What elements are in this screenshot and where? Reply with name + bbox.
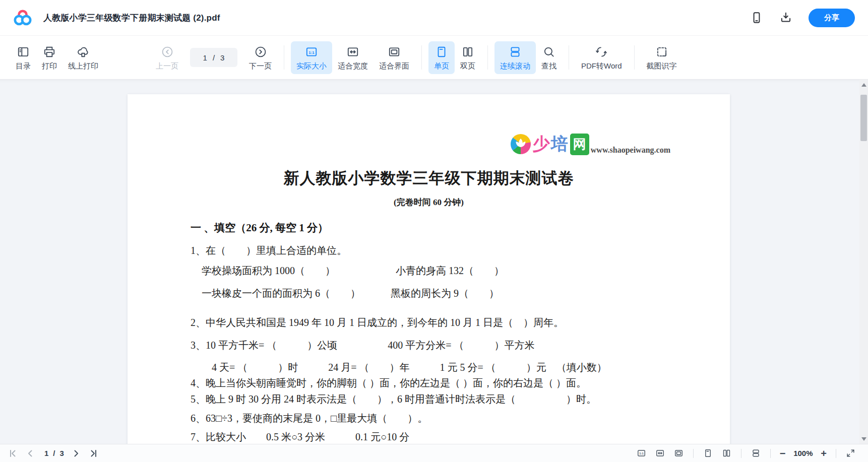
find-button[interactable]: 查找 xyxy=(536,41,562,74)
page-total: 3 xyxy=(220,53,224,62)
scroll-down-button[interactable] xyxy=(859,435,868,443)
zoom-in-button[interactable]: + xyxy=(817,449,831,458)
actual-size-icon: 1:1 xyxy=(305,45,318,58)
zoom-level[interactable]: 100% xyxy=(789,449,817,457)
last-page-icon xyxy=(88,448,98,458)
vertical-scrollbar[interactable] xyxy=(859,80,868,444)
paper-subtitle: (完卷时间 60 分钟) xyxy=(128,196,730,208)
statusbar-divider xyxy=(693,449,694,458)
viewer-content-area: 少 培 网 www.shaopeiwang.com 新人教版小学数学三年级下期期… xyxy=(0,80,868,444)
statusbar-continuous-button[interactable] xyxy=(751,448,761,458)
page-indicator[interactable]: 1 / 3 xyxy=(190,48,237,67)
doc-line: 6、63□÷3，要使商的末尾是 0，□里最大填（ ）。 xyxy=(191,411,700,425)
doc-line: 一 、填空（26 分, 每空 1 分） xyxy=(191,221,700,235)
print-button[interactable]: 打印 xyxy=(36,41,63,74)
app-logo-icon xyxy=(13,9,32,26)
toc-button[interactable]: 目录 xyxy=(10,41,36,74)
chevron-right-icon xyxy=(71,448,81,458)
fit-screen-button[interactable]: 适合界面 xyxy=(374,41,415,74)
statusbar-divider xyxy=(770,449,771,458)
continuous-scroll-icon xyxy=(751,448,761,458)
print-icon xyxy=(43,45,56,58)
actual-size-label: 实际大小 xyxy=(296,61,327,71)
doc-line: 4 天= （ ）时 24 月= （ ）年 1 元 5 分= （ ）元 （填小数） xyxy=(191,360,700,374)
toolbar-divider xyxy=(487,45,488,70)
double-page-button[interactable]: 双页 xyxy=(455,41,481,74)
prev-page-button[interactable]: 上一页 xyxy=(150,41,184,74)
online-print-button[interactable]: 线上打印 xyxy=(63,41,104,74)
fit-width-button[interactable]: 适合宽度 xyxy=(332,41,374,74)
top-bar: 人教版小学三年级数学下册期末测试题 (2).pdf 分享 xyxy=(0,0,868,35)
online-print-label: 线上打印 xyxy=(68,61,98,71)
download-button[interactable] xyxy=(779,11,792,24)
double-page-icon xyxy=(461,45,474,58)
single-page-icon xyxy=(703,448,713,458)
brand-url: www.shaopeiwang.com xyxy=(591,146,670,156)
statusbar-divider xyxy=(836,449,836,458)
continuous-scroll-icon xyxy=(509,45,522,58)
pdf-page: 少 培 网 www.shaopeiwang.com 新人教版小学数学三年级下期期… xyxy=(128,94,730,444)
next-page-nav-button[interactable] xyxy=(71,448,81,458)
paper-body: 一 、填空（26 分, 每空 1 分） 1、在（ ）里填上合适的单位。 学校操场… xyxy=(128,221,730,444)
fit-width-icon xyxy=(346,45,359,58)
statusbar-page-indicator[interactable]: 1 / 3 xyxy=(44,449,64,457)
triangle-up-icon xyxy=(861,83,866,87)
single-page-icon xyxy=(435,45,448,58)
fit-screen-icon xyxy=(388,45,401,58)
next-page-label: 下一页 xyxy=(249,61,272,71)
toolbar-divider xyxy=(421,45,422,70)
pdf-to-word-button[interactable]: PDF转Word xyxy=(576,41,628,74)
doc-line: 4、晚上当你头朝南睡觉时，你的脚朝（ ）面，你的左边是（ ）面，你的右边是（ ）… xyxy=(191,376,700,390)
fullscreen-button[interactable] xyxy=(846,448,855,458)
toc-icon xyxy=(17,45,30,58)
statusbar-single-page-button[interactable] xyxy=(703,448,713,458)
chevron-left-icon xyxy=(25,448,35,458)
first-page-button[interactable] xyxy=(8,448,18,458)
statusbar-double-page-button[interactable] xyxy=(722,448,731,458)
toc-label: 目录 xyxy=(16,61,31,71)
next-page-button[interactable]: 下一页 xyxy=(243,41,277,74)
double-page-icon xyxy=(722,448,731,458)
share-button[interactable]: 分享 xyxy=(809,9,855,27)
mobile-view-button[interactable] xyxy=(750,11,763,24)
ocr-capture-button[interactable]: 截图识字 xyxy=(641,41,683,74)
pdf-to-word-label: PDF转Word xyxy=(581,61,622,71)
statusbar-divider xyxy=(741,449,741,458)
statusbar-actual-size-button[interactable]: 1:1 xyxy=(637,448,646,458)
single-page-label: 单页 xyxy=(434,61,449,71)
doc-line: 学校操场面积为 1000（ ） 小青的身高 132（ ） xyxy=(191,263,700,278)
scroll-up-button[interactable] xyxy=(859,81,868,89)
statusbar-fit-screen-button[interactable] xyxy=(674,448,684,458)
triangle-down-icon xyxy=(861,437,866,441)
fit-screen-label: 适合界面 xyxy=(379,61,409,71)
brand-char: 少 xyxy=(533,133,550,156)
print-label: 打印 xyxy=(42,61,57,71)
statusbar-fit-width-button[interactable] xyxy=(655,448,665,458)
fit-width-label: 适合宽度 xyxy=(338,61,368,71)
statusbar-page-separator: / xyxy=(53,449,55,457)
continuous-scroll-button[interactable]: 连续滚动 xyxy=(494,41,536,74)
convert-icon xyxy=(595,45,608,58)
double-page-label: 双页 xyxy=(460,61,475,71)
page-current: 1 xyxy=(203,53,207,62)
actual-size-button[interactable]: 1:1 实际大小 xyxy=(291,41,332,74)
single-page-button[interactable]: 单页 xyxy=(428,41,455,74)
svg-text:1:1: 1:1 xyxy=(639,452,644,455)
fit-width-icon xyxy=(655,448,665,458)
cloud-print-icon xyxy=(77,45,90,58)
prev-page-icon xyxy=(161,45,174,58)
scrollbar-thumb[interactable] xyxy=(860,95,867,141)
brand-row: 少 培 网 www.shaopeiwang.com xyxy=(128,133,670,156)
last-page-button[interactable] xyxy=(88,448,98,458)
search-icon xyxy=(542,45,555,58)
brand-char: 培 xyxy=(551,133,568,156)
statusbar-page-total: 3 xyxy=(60,449,64,457)
ocr-capture-label: 截图识字 xyxy=(647,61,677,71)
toolbar-divider xyxy=(634,45,635,70)
doc-line: 2、中华人民共和国是 1949 年 10 月 1 日成立的，到今年的 10 月 … xyxy=(191,315,700,329)
statusbar-page-current: 1 xyxy=(44,449,48,457)
toolbar: 目录 打印 线上打印 上一页 1 / 3 下一页 xyxy=(0,35,868,80)
zoom-out-button[interactable]: − xyxy=(776,449,790,458)
prev-page-label: 上一页 xyxy=(156,61,178,71)
prev-page-nav-button[interactable] xyxy=(25,448,35,458)
